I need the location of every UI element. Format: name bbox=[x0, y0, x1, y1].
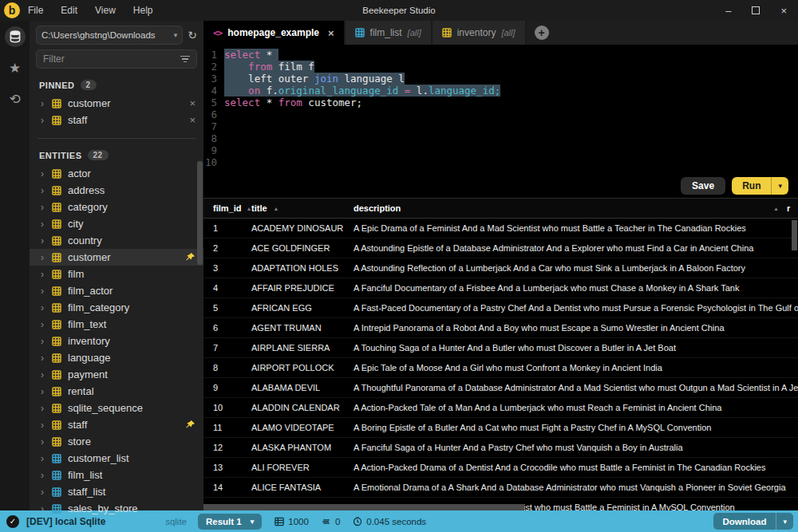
chevron-right-icon[interactable]: › bbox=[41, 470, 52, 481]
favorites-rail-button[interactable]: ★ bbox=[5, 57, 26, 78]
column-header-title[interactable]: title ▲ bbox=[251, 203, 354, 213]
unpin-icon[interactable]: × bbox=[189, 97, 196, 109]
chevron-right-icon[interactable]: › bbox=[41, 219, 52, 230]
close-icon[interactable]: × bbox=[780, 6, 787, 16]
sidebar-item-category[interactable]: ›category bbox=[30, 199, 203, 215]
row-count-stat: 1000 bbox=[275, 517, 309, 526]
column-header-description[interactable]: description ▲ bbox=[354, 203, 787, 213]
table-row[interactable]: 2ACE GOLDFINGERA Astounding Epistle of a… bbox=[203, 238, 798, 258]
run-label[interactable]: Run bbox=[732, 177, 771, 195]
chevron-right-icon[interactable]: › bbox=[41, 202, 52, 213]
sidebar-item-film_category[interactable]: ›film_category bbox=[30, 299, 203, 316]
table-row[interactable]: 3ADAPTATION HOLESA Astounding Reflection… bbox=[203, 258, 798, 278]
chevron-right-icon[interactable]: › bbox=[41, 420, 52, 431]
save-button[interactable]: Save bbox=[681, 177, 725, 195]
sidebar-item-customer[interactable]: ›customer× bbox=[30, 95, 203, 112]
sidebar-item-sales_by_store[interactable]: ›sales_by_store bbox=[30, 500, 203, 517]
chevron-right-icon[interactable]: › bbox=[41, 185, 52, 196]
chevron-right-icon[interactable]: › bbox=[41, 269, 52, 280]
chevron-right-icon[interactable]: › bbox=[41, 115, 52, 126]
table-row[interactable]: 1ACADEMY DINOSAURA Epic Drama of a Femin… bbox=[203, 219, 798, 238]
table-row[interactable]: 13ALI FOREVERA Action-Packed Drama of a … bbox=[203, 458, 798, 478]
chevron-right-icon[interactable]: › bbox=[41, 235, 52, 246]
table-row[interactable]: 12ALASKA PHANTOMA Fanciful Saga of a Hun… bbox=[203, 438, 798, 458]
maximize-icon[interactable] bbox=[752, 6, 760, 14]
menu-help[interactable]: Help bbox=[133, 5, 153, 16]
download-label[interactable]: Download bbox=[713, 513, 776, 530]
sidebar-item-inventory[interactable]: ›inventory bbox=[30, 333, 203, 349]
table-row[interactable]: 10ALADDIN CALENDARA Action-Packed Tale o… bbox=[203, 398, 798, 418]
sidebar-item-payment[interactable]: ›payment bbox=[30, 366, 203, 383]
tab-homepage_example[interactable]: <>homepage_example× bbox=[203, 21, 346, 45]
chevron-right-icon[interactable]: › bbox=[41, 369, 52, 380]
download-options-caret-icon[interactable]: ▾ bbox=[776, 513, 793, 530]
filter-input[interactable] bbox=[43, 53, 180, 65]
table-row[interactable]: 8AIRPORT POLLOCKA Epic Tale of a Moose A… bbox=[203, 358, 798, 378]
chevron-right-icon[interactable]: › bbox=[41, 252, 52, 263]
minimize-icon[interactable]: – bbox=[725, 6, 731, 16]
sidebar-item-staff_list[interactable]: ›staff_list bbox=[30, 483, 203, 500]
sidebar-item-staff[interactable]: ›staff× bbox=[30, 112, 203, 128]
chevron-right-icon[interactable]: › bbox=[41, 319, 52, 330]
sidebar-item-address[interactable]: ›address bbox=[30, 182, 203, 199]
sidebar-item-language[interactable]: ›language bbox=[30, 349, 203, 366]
sidebar-item-film_text[interactable]: ›film_text bbox=[30, 316, 203, 333]
chevron-right-icon[interactable]: › bbox=[41, 403, 52, 414]
run-button[interactable]: Run ▾ bbox=[732, 177, 788, 195]
sidebar-scrollbar[interactable] bbox=[197, 161, 203, 265]
chevron-right-icon[interactable]: › bbox=[41, 353, 52, 364]
entities-section-header: ENTITIES 22 bbox=[30, 139, 203, 165]
column-header-film-id[interactable]: film_id ▲ bbox=[203, 203, 251, 213]
sidebar-item-film[interactable]: ›film bbox=[30, 266, 203, 282]
sidebar-item-rental[interactable]: ›rental bbox=[30, 383, 203, 400]
table-row[interactable]: 11ALAMO VIDEOTAPEA Boring Epistle of a B… bbox=[203, 418, 798, 438]
chevron-right-icon[interactable]: › bbox=[41, 336, 52, 347]
table-row[interactable]: 4AFFAIR PREJUDICEA Fanciful Documentary … bbox=[203, 278, 798, 298]
chevron-right-icon[interactable]: › bbox=[41, 436, 52, 447]
sidebar-item-customer[interactable]: ›customer bbox=[30, 249, 203, 266]
result-selector-button[interactable]: Result 1 ▾ bbox=[198, 514, 262, 530]
menu-view[interactable]: View bbox=[95, 5, 116, 16]
table-row[interactable]: 9ALABAMA DEVILA Thoughtful Panorama of a… bbox=[203, 378, 798, 398]
sidebar-item-film_actor[interactable]: ›film_actor bbox=[30, 282, 203, 299]
sidebar-item-city[interactable]: ›city bbox=[30, 215, 203, 232]
chevron-right-icon[interactable]: › bbox=[41, 98, 52, 109]
chevron-right-icon[interactable]: › bbox=[41, 503, 52, 514]
table-row[interactable]: 7AIRPLANE SIERRAA Touching Saga of a Hun… bbox=[203, 338, 798, 358]
tab-film_list[interactable]: film_list[all] bbox=[346, 21, 433, 45]
sidebar-item-sqlite_sequence[interactable]: ›sqlite_sequence bbox=[30, 400, 203, 416]
menu-file[interactable]: File bbox=[28, 5, 43, 16]
sidebar-item-country[interactable]: ›country bbox=[30, 232, 203, 249]
refresh-icon[interactable]: ↻ bbox=[188, 29, 197, 41]
menu-edit[interactable]: Edit bbox=[61, 5, 77, 16]
tables-rail-button[interactable] bbox=[5, 26, 26, 47]
history-rail-button[interactable]: ⟲ bbox=[5, 89, 26, 109]
database-selector[interactable]: C:\Users\ghstng\Downloads ▾ bbox=[36, 26, 183, 45]
table-row[interactable]: 6AGENT TRUMANA Intrepid Panorama of a Ro… bbox=[203, 318, 798, 338]
sidebar-item-film_list[interactable]: ›film_list bbox=[30, 467, 203, 483]
new-tab-button[interactable]: + bbox=[535, 26, 549, 40]
sql-editor[interactable]: 1select * 2 from film f3 left outer join… bbox=[203, 45, 798, 174]
sidebar-item-actor[interactable]: ›actor bbox=[30, 165, 203, 182]
sidebar-item-customer_list[interactable]: ›customer_list bbox=[30, 450, 203, 467]
table-row[interactable]: 5AFRICAN EGGA Fast-Paced Documentary of … bbox=[203, 298, 798, 318]
sidebar-item-store[interactable]: ›store bbox=[30, 433, 203, 450]
run-options-caret-icon[interactable]: ▾ bbox=[771, 177, 788, 195]
chevron-right-icon[interactable]: › bbox=[41, 386, 52, 397]
download-button[interactable]: Download ▾ bbox=[713, 513, 793, 530]
filter-icon[interactable] bbox=[180, 56, 190, 63]
results-vertical-scrollbar[interactable] bbox=[792, 220, 797, 250]
chevron-right-icon[interactable]: › bbox=[41, 168, 52, 179]
chevron-right-icon[interactable]: › bbox=[41, 286, 52, 297]
column-header-next-partial[interactable]: r bbox=[787, 203, 798, 213]
results-horizontal-scrollbar[interactable] bbox=[203, 504, 524, 510]
table-icon bbox=[52, 404, 61, 413]
chevron-right-icon[interactable]: › bbox=[41, 487, 52, 498]
tab-close-icon[interactable]: × bbox=[328, 27, 334, 39]
table-row[interactable]: 14ALICE FANTASIAA Emotional Drama of a A… bbox=[203, 478, 798, 498]
chevron-right-icon[interactable]: › bbox=[41, 302, 52, 313]
tab-inventory[interactable]: inventory[all] bbox=[433, 21, 527, 45]
unpin-icon[interactable]: × bbox=[189, 114, 196, 126]
chevron-right-icon[interactable]: › bbox=[41, 453, 52, 464]
sidebar-item-staff[interactable]: ›staff bbox=[30, 416, 203, 433]
